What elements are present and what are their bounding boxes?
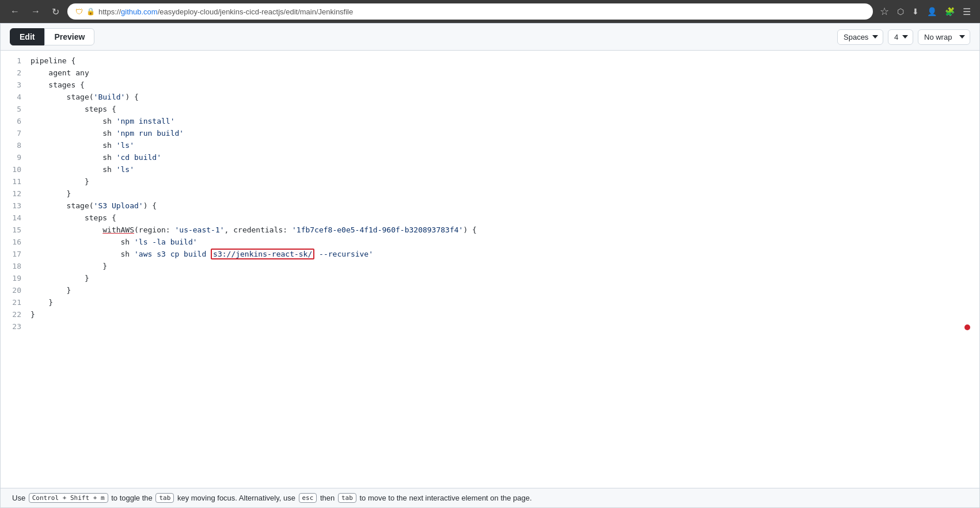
status-bar: Use Control + Shift + m to toggle the ta… xyxy=(1,488,979,507)
pocket-icon[interactable]: ⬡ xyxy=(895,6,906,17)
status-mid2: key moving focus. Alternatively, use xyxy=(177,494,295,502)
line-number: 14 xyxy=(1,212,31,224)
line-content: } xyxy=(31,297,979,309)
line-number: 3 xyxy=(1,79,31,91)
table-row: 9 sh 'cd build' xyxy=(1,152,979,164)
editor-container: Edit Preview Spaces Tabs 2 4 8 No wrap S… xyxy=(0,23,980,508)
line-content: pipeline { xyxy=(31,55,979,67)
line-content: sh 'aws s3 cp build s3://jenkins-react-s… xyxy=(31,249,979,261)
line-number: 21 xyxy=(1,297,31,309)
bookmark-icon[interactable]: ☆ xyxy=(878,4,891,19)
browser-chrome: ← → ↻ 🛡 🔒 https://github.com/easydeploy-… xyxy=(0,0,980,23)
line-content: stage('S3 Upload') { xyxy=(31,200,979,212)
line-content: } xyxy=(31,285,979,297)
line-content: sh 'ls' xyxy=(31,164,979,176)
status-post-text: to move to the next interactive element … xyxy=(359,494,531,502)
line-content: sh 'npm install' xyxy=(31,116,979,128)
line-number: 20 xyxy=(1,285,31,297)
wrap-select[interactable]: No wrap Soft wrap xyxy=(918,29,970,45)
status-pre-text: Use xyxy=(12,494,25,502)
table-row: 14 steps { xyxy=(1,212,979,224)
line-content: stages { xyxy=(31,79,979,91)
table-row: 20 } xyxy=(1,285,979,297)
status-mid1: to toggle the xyxy=(111,494,153,502)
table-row: 22 } xyxy=(1,309,979,321)
line-content: } xyxy=(31,309,979,321)
line-number: 11 xyxy=(1,176,31,188)
line-number: 18 xyxy=(1,261,31,273)
line-number: 15 xyxy=(1,224,31,236)
line-number: 13 xyxy=(1,200,31,212)
line-number: 1 xyxy=(1,55,31,67)
line-content: sh 'ls' xyxy=(31,140,979,152)
editor-toolbar: Edit Preview Spaces Tabs 2 4 8 No wrap S… xyxy=(1,24,979,51)
line-number: 17 xyxy=(1,249,31,261)
table-row: 1 pipeline { xyxy=(1,55,979,67)
key-tab-2: tab xyxy=(338,493,356,503)
tab-group: Edit Preview xyxy=(10,28,94,45)
download-icon[interactable]: ⬇ xyxy=(910,6,921,17)
table-row: 12 } xyxy=(1,188,979,200)
table-row: 15 withAWS(region: 'us-east-1', credenti… xyxy=(1,224,979,236)
back-button[interactable]: ← xyxy=(7,4,23,19)
line-content: withAWS(region: 'us-east-1', credentials… xyxy=(31,224,979,236)
table-row: 7 sh 'npm run build' xyxy=(1,128,979,140)
extension-icon[interactable]: 🧩 xyxy=(943,6,957,17)
indent-select[interactable]: 2 4 8 xyxy=(888,29,913,45)
table-row: 13 stage('S3 Upload') { xyxy=(1,200,979,212)
line-content: sh 'cd build' xyxy=(31,152,979,164)
line-content: } xyxy=(31,188,979,200)
line-content: } xyxy=(31,273,979,285)
table-row: 2 agent any xyxy=(1,67,979,79)
table-row: 10 sh 'ls' xyxy=(1,164,979,176)
table-row: 5 steps { xyxy=(1,104,979,116)
table-row: 8 sh 'ls' xyxy=(1,140,979,152)
line-number: 8 xyxy=(1,140,31,152)
edit-tab[interactable]: Edit xyxy=(10,28,44,45)
line-number: 9 xyxy=(1,152,31,164)
address-bar[interactable]: 🛡 🔒 https://github.com/easydeploy-cloud/… xyxy=(67,3,873,20)
line-content: sh 'npm run build' xyxy=(31,128,979,140)
line-number: 10 xyxy=(1,164,31,176)
url-text: https://github.com/easydeploy-cloud/jenk… xyxy=(98,7,353,16)
table-row: 19 } xyxy=(1,273,979,285)
line-content: stage('Build') { xyxy=(31,91,979,104)
code-editor[interactable]: 1 pipeline { 2 agent any 3 stages { 4 st… xyxy=(1,51,979,488)
line-number: 12 xyxy=(1,188,31,200)
table-row: 23 xyxy=(1,321,979,333)
line-number: 23 xyxy=(1,321,31,333)
lock-icon: 🔒 xyxy=(86,7,95,16)
line-number: 2 xyxy=(1,67,31,79)
line-content: steps { xyxy=(31,212,979,224)
line-number: 19 xyxy=(1,273,31,285)
shield-icon: 🛡 xyxy=(75,7,83,16)
line-content: } xyxy=(31,176,979,188)
line-content: agent any xyxy=(31,67,979,79)
table-row: 16 sh 'ls -la build' xyxy=(1,236,979,249)
account-icon[interactable]: 👤 xyxy=(925,6,939,17)
line-number: 7 xyxy=(1,128,31,140)
forward-button[interactable]: → xyxy=(28,4,44,19)
line-number: 4 xyxy=(1,91,31,104)
table-row: 11 } xyxy=(1,176,979,188)
line-number: 22 xyxy=(1,309,31,321)
spaces-select[interactable]: Spaces Tabs xyxy=(837,29,883,45)
key-tab-1: tab xyxy=(155,493,174,503)
status-mid3: then xyxy=(320,494,335,502)
line-content: sh 'ls -la build' xyxy=(31,236,979,249)
toolbar-right: Spaces Tabs 2 4 8 No wrap Soft wrap xyxy=(837,29,970,45)
browser-actions: ☆ ⬡ ⬇ 👤 🧩 ☰ xyxy=(878,4,973,19)
reload-button[interactable]: ↻ xyxy=(48,4,63,20)
line-content xyxy=(31,321,979,333)
editor-content: 1 pipeline { 2 agent any 3 stages { 4 st… xyxy=(1,51,979,338)
line-content: } xyxy=(31,261,979,273)
table-row: 18 } xyxy=(1,261,979,273)
menu-icon[interactable]: ☰ xyxy=(960,5,973,18)
table-row: 21 } xyxy=(1,297,979,309)
key-ctrl-shift-m: Control + Shift + m xyxy=(29,493,108,503)
preview-tab[interactable]: Preview xyxy=(44,28,94,45)
line-number: 5 xyxy=(1,104,31,116)
line-number: 16 xyxy=(1,236,31,249)
table-row: 17 sh 'aws s3 cp build s3://jenkins-reac… xyxy=(1,249,979,261)
table-row: 6 sh 'npm install' xyxy=(1,116,979,128)
